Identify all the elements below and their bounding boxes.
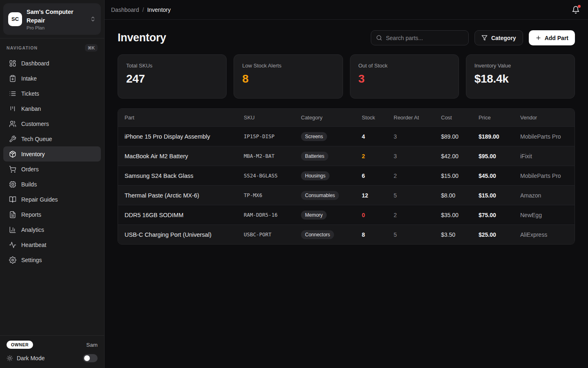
cell-price: $45.00	[479, 173, 520, 179]
category-badge: Connectors	[301, 230, 334, 239]
table-row[interactable]: USB-C Charging Port (Universal) USBC-POR…	[118, 224, 575, 244]
cell-sku: SS24-BGLASS	[244, 173, 301, 179]
file-text-icon	[9, 211, 16, 218]
owner-row: OWNER Sam	[7, 341, 98, 349]
cell-part-name: DDR5 16GB SODIMM	[125, 212, 244, 218]
table-column-header[interactable]: Price	[479, 114, 520, 121]
sidebar-nav-item-label: Heartbeat	[21, 242, 46, 248]
table-row[interactable]: MacBook Air M2 Battery MBA-M2-BAT Batter…	[118, 146, 575, 166]
cell-sku: IP15P-DISP	[244, 133, 301, 139]
cell-stock: 8	[362, 231, 394, 238]
cell-stock: 4	[362, 133, 394, 140]
sidebar-nav-item-label: Analytics	[21, 227, 44, 233]
breadcrumb: Dashboard / Inventory	[111, 7, 171, 13]
table-row[interactable]: Samsung S24 Back Glass SS24-BGLASS Housi…	[118, 166, 575, 185]
table-column-header[interactable]: Stock	[362, 114, 394, 121]
page-content: Inventory Category	[105, 20, 588, 245]
breadcrumb-current: Inventory	[147, 7, 171, 13]
cell-price: $15.00	[479, 192, 520, 199]
cell-sku: TP-MX6	[244, 192, 301, 198]
sidebar-nav-item[interactable]: Tech Queue	[3, 131, 101, 146]
cell-stock: 0	[362, 212, 394, 218]
notifications-button[interactable]	[571, 5, 581, 15]
table-column-header[interactable]: Reorder At	[394, 114, 441, 121]
stat-label: Out of Stock	[359, 63, 450, 69]
category-filter-button[interactable]: Category	[474, 30, 523, 45]
sidebar-nav-item-label: Builds	[21, 181, 37, 188]
sidebar-nav-item[interactable]: Tickets	[3, 86, 101, 101]
cell-part-name: Thermal Paste (Arctic MX-6)	[125, 192, 244, 199]
cell-reorder-at: 2	[394, 212, 441, 218]
table-column-header[interactable]: Vendor	[520, 114, 568, 121]
sidebar-nav-item-label: Tech Queue	[21, 136, 52, 142]
cell-sku: USBC-PORT	[244, 231, 301, 238]
cell-vendor: AliExpress	[520, 231, 568, 238]
sidebar-nav-item[interactable]: Customers	[3, 116, 101, 131]
table-column-header[interactable]: SKU	[244, 114, 301, 121]
cell-vendor: NewEgg	[520, 212, 568, 218]
cell-reorder-at: 3	[394, 153, 441, 159]
cell-reorder-at: 5	[394, 192, 441, 199]
stat-card: Inventory Value $18.4k	[466, 54, 575, 99]
stat-card: Out of Stock 3	[350, 54, 459, 99]
table-row[interactable]: DDR5 16GB SODIMM RAM-DDR5-16 Memory 0 2 …	[118, 205, 575, 224]
sidebar-nav-item[interactable]: Repair Guides	[3, 192, 101, 207]
cell-category: Connectors	[301, 230, 362, 239]
list-icon	[9, 90, 16, 97]
sidebar-nav-item-label: Customers	[21, 121, 49, 127]
nav-section-header: NAVIGATION ⌘K	[0, 38, 104, 56]
gear-icon	[9, 256, 16, 264]
package-icon	[9, 150, 16, 158]
search-input[interactable]	[386, 35, 463, 41]
dark-mode-toggle[interactable]	[83, 354, 98, 362]
sidebar-nav-item[interactable]: Heartbeat	[3, 237, 101, 252]
page-header: Inventory Category	[118, 30, 575, 45]
sidebar-nav-item-label: Intake	[21, 75, 37, 82]
role-badge: OWNER	[7, 341, 33, 349]
sidebar-nav-item[interactable]: Reports	[3, 207, 101, 222]
add-part-button[interactable]: Add Part	[529, 30, 575, 45]
cell-cost: $8.00	[441, 192, 479, 199]
cell-reorder-at: 3	[394, 133, 441, 140]
cell-cost: $35.00	[441, 212, 479, 218]
chevrons-up-down-icon	[90, 16, 96, 22]
kanban-icon	[9, 105, 16, 112]
activity-icon	[9, 241, 16, 249]
sidebar-nav-item[interactable]: Kanban	[3, 101, 101, 116]
book-open-icon	[9, 196, 16, 203]
breadcrumb-dashboard[interactable]: Dashboard	[111, 7, 139, 13]
stat-label: Total SKUs	[126, 63, 218, 69]
workspace-meta: Sam's Computer Repair Pro Plan	[27, 8, 85, 30]
cell-part-name: Samsung S24 Back Glass	[125, 173, 244, 179]
stat-label: Inventory Value	[474, 63, 566, 69]
cell-vendor: MobileParts Pro	[520, 133, 568, 140]
category-badge: Batteries	[301, 152, 328, 161]
table-column-header[interactable]: Category	[301, 114, 362, 121]
sidebar-nav-item[interactable]: Dashboard	[3, 56, 101, 71]
sidebar-nav-item[interactable]: Intake	[3, 71, 101, 86]
sidebar-nav-item-label: Tickets	[21, 90, 39, 97]
notification-dot	[578, 5, 581, 8]
sidebar-nav-item[interactable]: Inventory	[3, 146, 101, 162]
table-row[interactable]: Thermal Paste (Arctic MX-6) TP-MX6 Consu…	[118, 185, 575, 205]
page-title: Inventory	[118, 31, 166, 44]
dark-mode-label: Dark Mode	[17, 355, 83, 361]
sidebar-nav-item[interactable]: Builds	[3, 177, 101, 192]
cell-category: Housings	[301, 171, 362, 180]
cell-category: Consumables	[301, 191, 362, 200]
command-k-shortcut[interactable]: ⌘K	[85, 44, 98, 52]
nav-section-label: NAVIGATION	[7, 45, 38, 50]
workspace-plan: Pro Plan	[27, 25, 85, 30]
wrench-icon	[9, 135, 16, 143]
workspace-switcher[interactable]: SC Sam's Computer Repair Pro Plan	[3, 3, 101, 35]
filter-icon	[481, 35, 488, 41]
cell-stock: 2	[362, 153, 394, 159]
table-column-header[interactable]: Part	[125, 114, 244, 121]
toggle-knob	[84, 355, 90, 361]
sidebar-nav-item[interactable]: Analytics	[3, 222, 101, 237]
table-column-header[interactable]: Cost	[441, 114, 479, 121]
sidebar-nav-item[interactable]: Orders	[3, 162, 101, 177]
category-badge: Housings	[301, 171, 330, 180]
sidebar-nav-item[interactable]: Settings	[3, 252, 101, 267]
table-row[interactable]: iPhone 15 Pro Display Assembly IP15P-DIS…	[118, 126, 575, 146]
